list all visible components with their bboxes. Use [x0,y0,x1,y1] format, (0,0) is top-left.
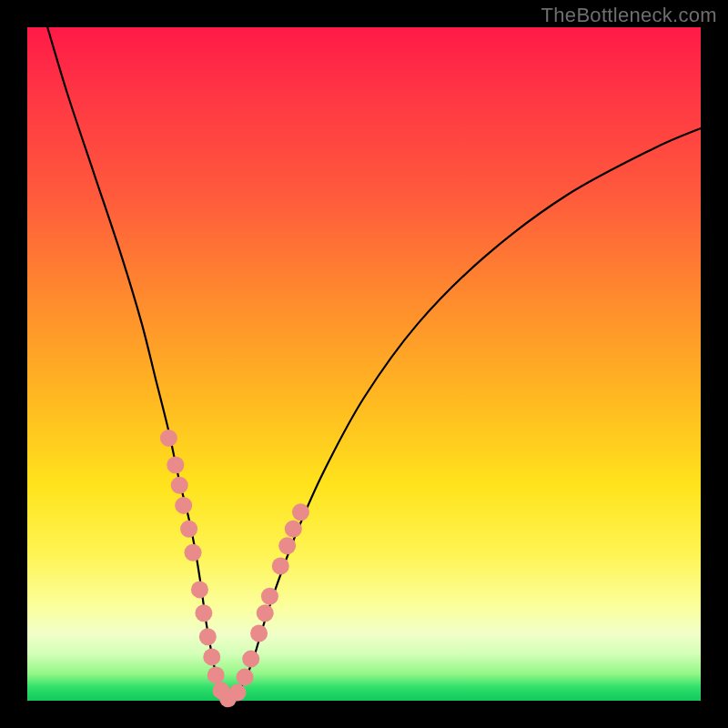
highlight-dot [278,537,296,554]
chart-frame: TheBottleneck.com [0,0,728,728]
highlight-dot [167,457,184,474]
highlight-dot [237,669,254,686]
highlight-dot [292,503,309,521]
highlight-dot [171,477,188,494]
highlight-dot [175,497,192,514]
highlight-dot [191,581,208,598]
highlight-dot [160,430,177,447]
highlight-dot [250,625,268,642]
highlight-dot [261,588,278,605]
highlight-dot [272,558,289,575]
highlight-dot [207,666,225,683]
plot-area [27,27,701,701]
highlight-dot [242,651,259,668]
highlight-dots-group [160,430,309,707]
highlight-dot [228,684,246,702]
highlight-dot [285,521,302,538]
curve-svg [27,27,701,701]
highlight-dot [257,604,274,622]
bottleneck-curve [47,27,701,701]
highlight-dot [203,648,220,665]
highlight-dot [199,628,217,645]
highlight-dot [180,521,197,538]
watermark-text: TheBottleneck.com [541,4,717,27]
highlight-dot [185,544,202,561]
highlight-dot [195,604,212,622]
